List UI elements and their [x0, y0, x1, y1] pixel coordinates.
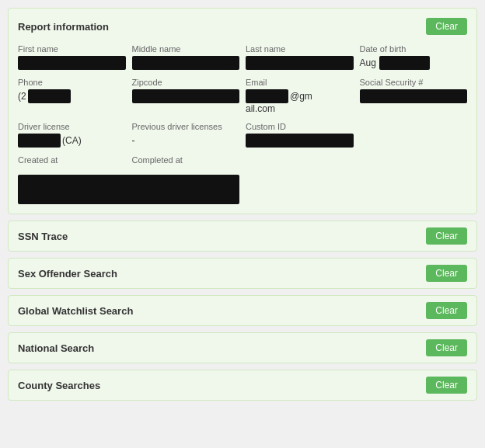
fields-row-2: Phone (2 Zipcode Email @gm ail.com Socia… [18, 78, 467, 114]
phone-field: Phone (2 [18, 78, 126, 114]
last-name-label: Last name [246, 44, 354, 54]
section-header-national-search: National Search Clear [9, 333, 476, 363]
section-title-global-watchlist: Global Watchlist Search [18, 305, 133, 317]
prev-driver-field: Previous driver licenses - [132, 122, 240, 148]
custom-id-redacted [246, 134, 354, 148]
license-redacted [18, 134, 61, 148]
created-redacted [18, 175, 239, 204]
phone-value: (2 [18, 89, 126, 103]
phone-label: Phone [18, 78, 126, 87]
sections-container: SSN Trace Clear Sex Offender Search Clea… [8, 221, 477, 401]
section-global-watchlist: Global Watchlist Search Clear [8, 295, 477, 326]
email-field: Email @gm ail.com [246, 78, 354, 114]
phone-redacted [28, 89, 71, 103]
section-title-sex-offender: Sex Offender Search [18, 268, 117, 280]
driver-license-field: Driver license (CA) [18, 122, 126, 148]
fields-row-3: Driver license (CA) Previous driver lice… [18, 122, 467, 148]
report-title: Report information [18, 21, 109, 33]
section-title-county-searches: County Searches [18, 380, 100, 391]
email-suffix2: ail.com [246, 103, 354, 114]
prev-driver-value: - [132, 135, 240, 146]
first-name-label: First name [18, 44, 126, 54]
custom-id-field: Custom ID [246, 122, 354, 148]
dob-value: Aug [360, 56, 468, 70]
middle-name-label: Middle name [132, 44, 240, 54]
zipcode-field: Zipcode [132, 78, 240, 114]
dob-prefix: Aug [360, 57, 376, 68]
ssn-label: Social Security # [360, 78, 468, 87]
section-county-searches: County Searches Clear [8, 370, 477, 401]
first-name-field: First name [18, 44, 126, 70]
phone-prefix: (2 [18, 91, 26, 102]
report-information-section: Report information Clear First name Midd… [8, 8, 477, 214]
clear-button-county-searches[interactable]: Clear [426, 377, 467, 394]
last-name-field: Last name [246, 44, 354, 70]
middle-name-field: Middle name [132, 44, 240, 70]
custom-id-label: Custom ID [246, 122, 354, 131]
created-field: Created at [18, 155, 126, 167]
ssn-redacted [360, 89, 468, 103]
created-value-field [18, 175, 239, 204]
clear-button-global-watchlist[interactable]: Clear [426, 302, 467, 319]
driver-license-value: (CA) [18, 134, 126, 148]
dob-redacted [379, 56, 430, 70]
section-ssn-trace: SSN Trace Clear [8, 221, 477, 252]
last-name-redacted [246, 56, 354, 70]
section-header-sex-offender: Sex Offender Search Clear [9, 259, 476, 288]
report-clear-button[interactable]: Clear [426, 18, 467, 35]
clear-button-sex-offender[interactable]: Clear [426, 265, 467, 282]
section-header-global-watchlist: Global Watchlist Search Clear [9, 296, 476, 325]
prev-driver-label: Previous driver licenses [132, 122, 240, 131]
section-sex-offender: Sex Offender Search Clear [8, 258, 477, 289]
zipcode-label: Zipcode [132, 78, 240, 87]
fields-row-1: First name Middle name Last name Date of… [18, 44, 467, 70]
dates-section: Created at Completed at [18, 155, 467, 204]
completed-label: Completed at [132, 155, 240, 165]
driver-license-label: Driver license [18, 122, 126, 131]
section-header-ssn-trace: SSN Trace Clear [9, 221, 476, 251]
section-national-search: National Search Clear [8, 332, 477, 363]
email-label: Email [246, 78, 354, 87]
email-suffix1: @gm [290, 91, 312, 102]
ssn-field: Social Security # [360, 78, 468, 114]
created-label: Created at [18, 155, 126, 165]
dob-field: Date of birth Aug [360, 44, 468, 70]
section-title-ssn-trace: SSN Trace [18, 231, 68, 242]
section-title-national-search: National Search [18, 342, 94, 354]
middle-name-redacted [132, 56, 240, 70]
section-header-county-searches: County Searches Clear [9, 370, 476, 400]
email-line1: @gm [246, 89, 354, 103]
email-value: @gm ail.com [246, 89, 354, 114]
report-header: Report information Clear [18, 18, 467, 35]
email-redacted [246, 89, 288, 103]
clear-button-national-search[interactable]: Clear [426, 339, 467, 356]
clear-button-ssn-trace[interactable]: Clear [426, 227, 467, 245]
empty-field-4 [360, 122, 468, 148]
first-name-redacted [18, 56, 126, 70]
completed-field: Completed at [132, 155, 240, 167]
dob-label: Date of birth [360, 44, 468, 54]
license-suffix: (CA) [62, 135, 82, 146]
zipcode-redacted [132, 89, 240, 103]
